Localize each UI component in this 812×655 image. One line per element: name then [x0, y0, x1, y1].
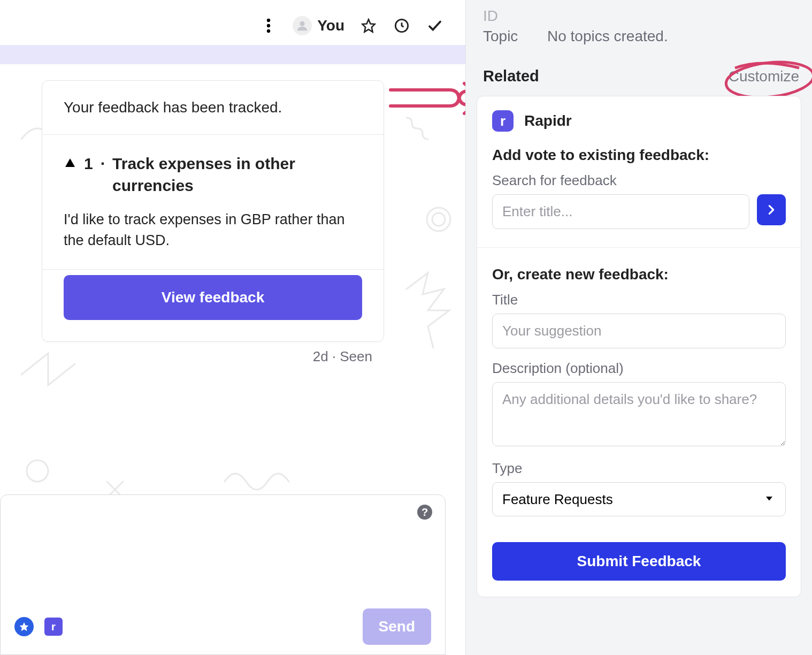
- create-heading: Or, create new feedback:: [492, 266, 786, 283]
- feedback-card: Your feedback has been tracked. 1 · Trac…: [42, 80, 384, 342]
- upvote-icon: [64, 153, 76, 175]
- svg-point-8: [27, 460, 48, 482]
- kebab-menu-icon[interactable]: [259, 17, 278, 35]
- rapidr-widget: r Rapidr Add vote to existing feedback: …: [477, 96, 801, 597]
- chat-pane: You Your feedback has been tracked.: [0, 0, 465, 655]
- title-input[interactable]: [492, 314, 786, 348]
- chat-header: You: [0, 0, 465, 45]
- related-title: Related: [483, 67, 539, 85]
- search-go-button[interactable]: [757, 194, 786, 225]
- feedback-title: Track expenses in other currencies: [112, 153, 362, 196]
- svg-point-7: [432, 213, 445, 226]
- id-label: ID: [483, 7, 531, 25]
- submit-feedback-button[interactable]: Submit Feedback: [492, 542, 786, 581]
- star-chip-icon[interactable]: [14, 617, 34, 636]
- customize-link[interactable]: Customize: [729, 68, 799, 85]
- feedback-description: I'd like to track expenses in GBP rather…: [64, 209, 362, 251]
- tracked-message: Your feedback has been tracked.: [64, 99, 362, 116]
- avatar-icon: [293, 16, 312, 35]
- topic-value: No topics created.: [547, 28, 668, 45]
- id-row: ID: [476, 4, 802, 25]
- svg-point-1: [267, 24, 270, 27]
- search-label: Search for feedback: [492, 172, 786, 189]
- search-input[interactable]: [492, 194, 749, 229]
- help-icon[interactable]: ?: [417, 505, 432, 520]
- topic-row: Topic No topics created.: [476, 25, 802, 61]
- reply-composer[interactable]: ? r Send: [0, 494, 446, 655]
- svg-marker-4: [362, 19, 374, 32]
- separator-dot: ·: [101, 153, 105, 175]
- view-feedback-button[interactable]: View feedback: [64, 275, 362, 320]
- status-bar: [0, 45, 465, 64]
- details-sidebar: ID Topic No topics created. Related Cust…: [465, 0, 812, 655]
- title-label: Title: [492, 292, 786, 308]
- topic-label: Topic: [483, 28, 531, 45]
- send-button[interactable]: Send: [363, 608, 431, 645]
- svg-point-0: [267, 19, 270, 22]
- composer-footer: r Send: [1, 599, 445, 654]
- message-meta: 2d · Seen: [0, 342, 384, 365]
- clock-icon[interactable]: [393, 17, 411, 35]
- svg-point-2: [267, 29, 270, 33]
- related-section-header: Related Customize: [476, 61, 802, 96]
- add-vote-heading: Add vote to existing feedback:: [492, 147, 786, 164]
- vote-count: 1: [84, 153, 93, 175]
- type-label: Type: [492, 460, 786, 477]
- description-label: Description (optional): [492, 360, 786, 377]
- svg-point-6: [427, 208, 450, 231]
- widget-name: Rapidr: [524, 112, 572, 130]
- rapidr-chip-icon[interactable]: r: [44, 618, 63, 636]
- svg-marker-9: [65, 158, 75, 167]
- star-icon[interactable]: [359, 17, 378, 35]
- description-textarea[interactable]: [492, 382, 786, 446]
- divider: [477, 247, 801, 248]
- check-icon[interactable]: [426, 17, 444, 35]
- rapidr-logo-icon: r: [492, 110, 514, 132]
- sender-chip[interactable]: You: [293, 16, 344, 35]
- svg-point-3: [300, 21, 305, 26]
- feedback-title-row: 1 · Track expenses in other currencies: [64, 153, 362, 196]
- sender-name: You: [317, 17, 344, 34]
- svg-marker-10: [20, 622, 29, 631]
- type-select[interactable]: Feature Requests: [492, 482, 786, 516]
